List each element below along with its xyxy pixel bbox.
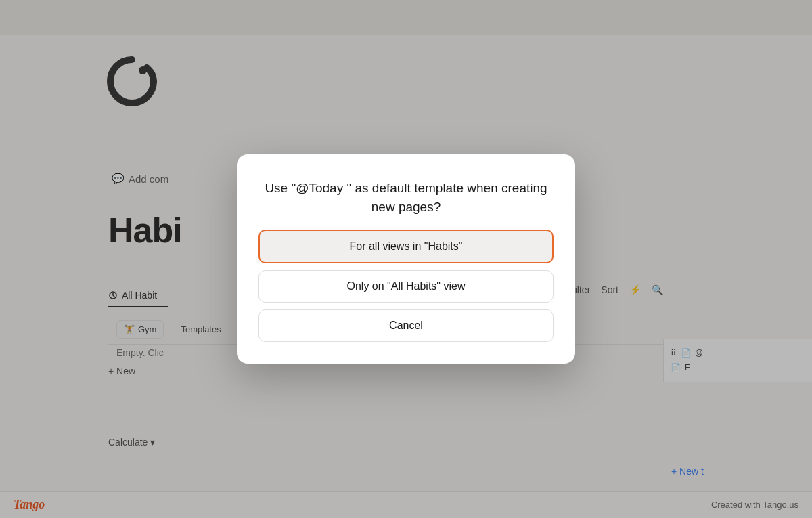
confirm-modal: Use "@Today " as default template when c…	[237, 154, 575, 364]
cancel-button[interactable]: Cancel	[258, 309, 554, 342]
modal-overlay: Use "@Today " as default template when c…	[0, 0, 812, 518]
modal-button-group: For all views in "Habits" Only on "All H…	[258, 230, 554, 342]
only-this-view-button[interactable]: Only on "All Habits" view	[258, 270, 554, 303]
modal-title: Use "@Today " as default template when c…	[258, 179, 554, 216]
for-all-views-button[interactable]: For all views in "Habits"	[258, 230, 554, 263]
